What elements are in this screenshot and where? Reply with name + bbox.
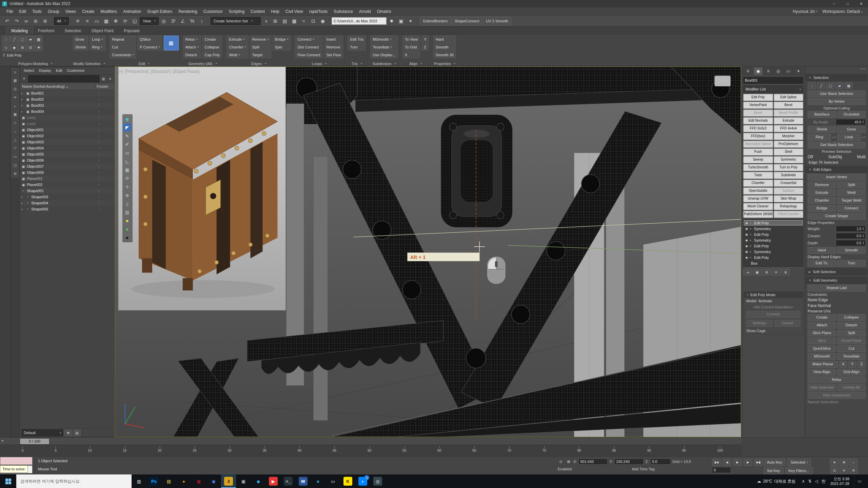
ribbon-button[interactable]: Repeat (110, 36, 136, 43)
menu-item[interactable]: Create (79, 7, 97, 16)
ribbon-tab[interactable]: Selection (59, 27, 86, 34)
ribbon-button[interactable]: Z (421, 43, 429, 50)
frozen-toggle-icon[interactable]: ∘ (98, 128, 113, 131)
explorer-row[interactable]: ▸ ▣ Box003 ∘ (20, 102, 114, 108)
ribbon-group-label[interactable]: Modify Selection▾ (73, 61, 105, 66)
edit-geometry-rollout-header[interactable]: ▼Edit Geometry (806, 277, 867, 284)
modifier-stack-row[interactable]: Box (744, 260, 803, 266)
frozen-toggle-icon[interactable]: ∘ (98, 134, 113, 138)
window-control-button[interactable]: ✕ (854, 0, 868, 7)
explorer-filter-icon[interactable]: ◎ (11, 85, 19, 93)
y-coordinate-field[interactable]: 230.243 (614, 459, 644, 465)
ribbon-group-label[interactable]: Edges▾ (226, 61, 291, 66)
visibility-eye-icon[interactable]: ◉ (745, 239, 749, 242)
weather-widget[interactable]: ☁ 28°C 대체로 흐림 (754, 474, 798, 488)
frozen-toggle-icon[interactable]: ∘ (98, 152, 113, 156)
frozen-toggle-icon[interactable]: ∘ (98, 171, 113, 174)
modifier-button[interactable]: PathDeform (WSM) (743, 211, 773, 218)
time-slider-handle[interactable]: 0 / 100 (20, 438, 50, 445)
set-key-button[interactable]: Set Key (764, 467, 784, 474)
modifier-button[interactable]: Sweep (743, 156, 773, 163)
modifier-button[interactable]: CreaseSet (774, 180, 804, 187)
toolbar-icon[interactable]: ⊚ (41, 17, 50, 25)
current-frame-field[interactable]: 0 (712, 467, 731, 473)
modifier-stack-row[interactable]: ◉ ▸ Edit Poly (744, 255, 803, 260)
viewport-label-segment[interactable]: [+] (118, 68, 123, 73)
taskbar-app-icon[interactable]: ▭ (326, 474, 340, 488)
sub-object-mode-icon[interactable]: ▰ (26, 36, 35, 43)
menu-item[interactable]: Substance (331, 7, 356, 16)
frozen-toggle-icon[interactable]: ∘ (98, 104, 113, 107)
explorer-filter-icon[interactable]: ◐ (11, 102, 19, 110)
frozen-toggle-icon[interactable]: ∘ (98, 122, 113, 125)
reset-plane-button[interactable]: Reset Plane (837, 338, 866, 344)
by-vertex-button[interactable]: By Vertex (808, 98, 866, 105)
frozen-column-header[interactable]: Frozen (95, 84, 114, 88)
modifier-button[interactable]: Unwrap UVW (743, 195, 773, 202)
viewport-tool-icon[interactable]: ◤ (123, 123, 131, 131)
use-stack-selection-button[interactable]: Use Stack Selection (808, 90, 866, 97)
toolbar-icon[interactable]: ∞ (22, 17, 31, 25)
frozen-toggle-icon[interactable]: ∘ (98, 165, 113, 168)
ribbon-button[interactable]: Loop▾ (90, 36, 105, 43)
slider-left-arrow-icon[interactable]: ◂ (1, 439, 3, 442)
split-button[interactable]: Split (837, 182, 866, 188)
menu-item[interactable]: Content (248, 7, 268, 16)
modifier-stack-row[interactable]: ◉ ▸ Edit Poly (744, 231, 803, 237)
window-control-button[interactable]: ─ (827, 0, 841, 7)
explorer-row[interactable]: ▸ ▣ Box004 ∘ (20, 108, 114, 115)
viewport-nav-icon[interactable]: ↔ (849, 459, 858, 466)
ribbon-button[interactable]: Split (250, 43, 271, 50)
menu-item[interactable]: Help (268, 7, 282, 16)
stack-tool-icon[interactable]: ≣ (781, 269, 790, 276)
ribbon-button[interactable]: Tessellate▾ (370, 43, 398, 50)
ribbon-button[interactable]: Extrude▾ (226, 36, 248, 43)
layer-list-icon[interactable]: ▤ (73, 429, 81, 436)
modifier-button[interactable]: Edit Poly (743, 94, 773, 101)
modifier-stack-row[interactable]: ◉ ▸ Symmetry (744, 249, 803, 255)
menu-item[interactable]: Tools (29, 7, 45, 16)
explorer-search-input[interactable] (28, 75, 99, 82)
insert-vertex-button[interactable]: Insert Vertex (808, 174, 866, 181)
explorer-menu-item[interactable]: Display (37, 68, 54, 73)
menu-item[interactable]: Civil View (282, 7, 306, 16)
loop-button[interactable]: Loop (837, 134, 861, 141)
explorer-row[interactable]: ~ Shape001 ∘ (20, 188, 114, 194)
explorer-menu-item[interactable]: Customize (65, 68, 87, 73)
menu-item[interactable]: rapidTools (306, 7, 331, 16)
ribbon-button[interactable]: Spin (273, 43, 291, 50)
ribbon-button[interactable]: Connect▾ (295, 36, 322, 43)
perspective-viewport[interactable]: [+][Perspective][Standard*][Edged Faces]… (115, 66, 741, 437)
modifier-stack-row[interactable]: ◉ ▸ Edit Poly (744, 220, 803, 226)
cut-button[interactable]: Cut (837, 345, 866, 352)
get-stack-selection-button[interactable]: Get Stack Selection (808, 142, 866, 148)
hide-unselected-button[interactable]: Hide Unselected (808, 392, 866, 399)
settings-button[interactable]: Settings (746, 320, 772, 327)
column-chooser-icon[interactable]: ≡ (107, 76, 113, 81)
ribbon-button[interactable]: Use Displac... (370, 51, 398, 58)
clock[interactable]: 오전 3:38 2021-07-28 (829, 476, 851, 486)
toolbar-icon[interactable]: ⊞ (271, 17, 280, 25)
viewport-tool-icon[interactable]: ⟳ (123, 174, 131, 182)
explorer-row[interactable]: ▣ Low2 ∘ (20, 121, 114, 127)
slice-button[interactable]: Slice (808, 338, 836, 344)
toolbar-icon[interactable]: ▩ (290, 17, 299, 25)
search-options-icon[interactable]: ▥ (101, 76, 106, 81)
ribbon-button[interactable]: Smooth (433, 43, 456, 50)
add-time-tag[interactable]: Add Time Tag (632, 467, 654, 471)
explorer-row[interactable]: ▸ ~ Shape003 ∘ (20, 194, 114, 200)
ribbon-button[interactable]: Target (250, 51, 271, 58)
command-panel-tab[interactable]: ◎ (773, 67, 783, 75)
object-name-field[interactable] (743, 77, 803, 84)
toolbar-icon[interactable]: ↷ (12, 17, 21, 25)
menu-item[interactable]: File (3, 7, 16, 16)
menu-item[interactable]: Views (62, 7, 79, 16)
modifier-button[interactable]: OpenSubdiv (743, 187, 773, 195)
ime-indicator[interactable]: 한 (822, 479, 826, 484)
modifier-button[interactable]: Push (743, 148, 773, 156)
turn-button[interactable]: Turn (837, 260, 866, 267)
taskbar-app-icon[interactable]: K (340, 474, 355, 488)
ring-button[interactable]: Ring (808, 134, 831, 141)
detach-button[interactable]: Detach (837, 322, 866, 329)
ribbon-button[interactable]: Remove (324, 43, 343, 50)
